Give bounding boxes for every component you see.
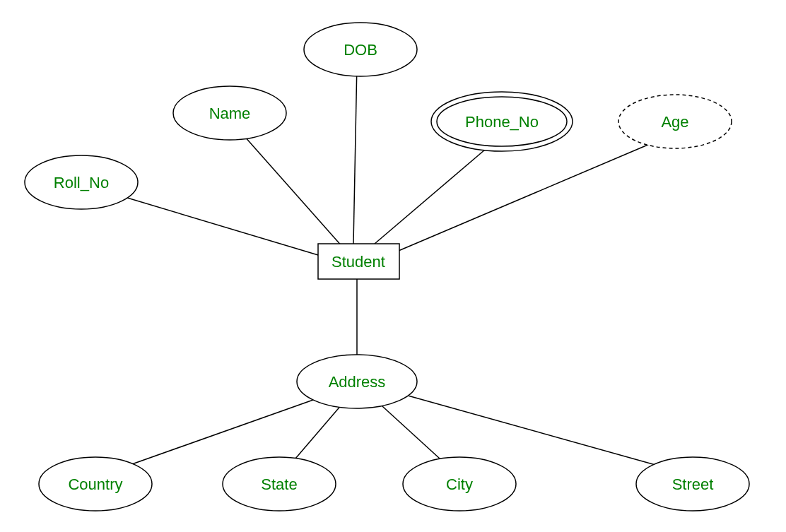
attribute-phoneno-label: Phone_No xyxy=(465,113,539,131)
er-diagram: Student Roll_No Name DOB Phone_No Age Ad… xyxy=(0,0,786,532)
attribute-name-label: Name xyxy=(209,105,251,122)
attribute-state: State xyxy=(223,457,336,511)
attribute-state-label: State xyxy=(261,475,297,493)
entity-student: Student xyxy=(318,244,399,279)
attribute-country-label: Country xyxy=(68,475,122,493)
attribute-dob-label: DOB xyxy=(344,41,377,59)
attribute-city-label: City xyxy=(446,475,473,493)
edge-student-phoneno xyxy=(375,141,495,244)
attribute-city: City xyxy=(403,457,516,511)
attribute-phoneno: Phone_No xyxy=(431,92,573,151)
attribute-rollno-label: Roll_No xyxy=(54,174,109,191)
attribute-country: Country xyxy=(39,457,152,511)
entity-student-label: Student xyxy=(332,253,385,271)
attribute-address: Address xyxy=(297,355,417,408)
attribute-name: Name xyxy=(173,86,286,140)
attribute-age: Age xyxy=(618,95,732,148)
attribute-street: Street xyxy=(636,457,749,511)
attribute-dob: DOB xyxy=(304,23,417,76)
edge-student-name xyxy=(233,124,343,247)
attribute-rollno: Roll_No xyxy=(25,155,138,209)
attribute-age-label: Age xyxy=(661,113,688,131)
attribute-street-label: Street xyxy=(672,475,714,493)
attribute-address-label: Address xyxy=(329,373,386,391)
edge-student-dob xyxy=(353,64,357,244)
